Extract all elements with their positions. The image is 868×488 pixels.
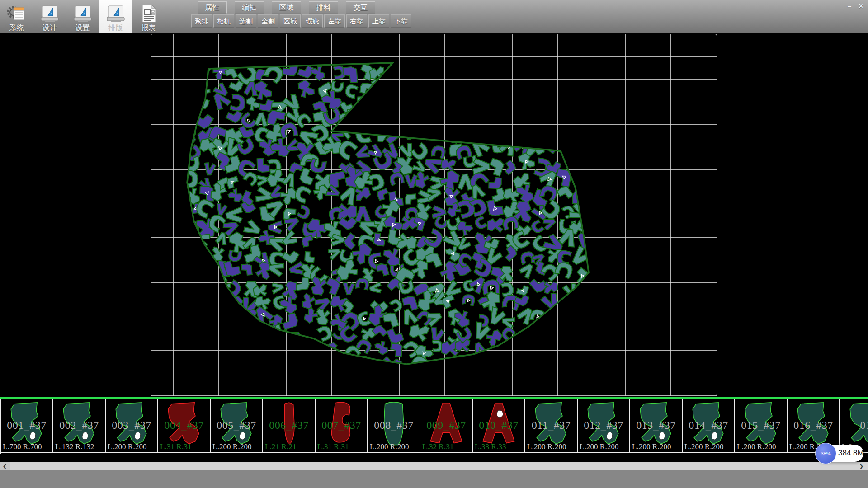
piece-id: 003_#37 [106, 419, 157, 432]
memory-badge[interactable]: 38% 384.8M [816, 445, 863, 462]
piece-thumbnail-14[interactable]: 014_#37 L:200 R:200 [683, 399, 735, 453]
scroll-right-icon[interactable]: ❯ [857, 462, 866, 470]
tool-button[interactable]: 瑕疵 [302, 14, 323, 28]
menu-button[interactable]: 属性 [198, 1, 227, 14]
piece-lr-label: L:33 R:33 [475, 442, 506, 451]
piece-lr-label: L:132 R:132 [55, 442, 94, 451]
close-button[interactable]: ✕ [856, 1, 867, 12]
progress-circle: 38% [815, 443, 836, 464]
piece-lr-label: L:200 R:200 [580, 442, 618, 451]
piece-id: 002_#37 [53, 419, 105, 432]
menu-button[interactable]: 区域 [272, 1, 301, 14]
piece-lr-label: L:31 R:31 [160, 442, 191, 451]
piece-id: 012_#37 [578, 419, 629, 432]
piece-thumbnail-4[interactable]: 004_#37 L:31 R:31 [158, 399, 211, 453]
piece-lr-label: L:200 R:200 [737, 442, 776, 451]
memory-value: 384.8M [838, 445, 864, 462]
piece-id: 014_#37 [683, 419, 734, 432]
toolbar: 系统 设计 设置 排版 报表 属性编辑区域排料交互 聚排相机选割全割区域瑕疵左靠… [0, 0, 868, 33]
piece-thumbnail-3[interactable]: 003_#37 L:200 R:200 [106, 399, 158, 453]
piece-id: 006_#37 [263, 419, 315, 432]
piece-thumbnail-2[interactable]: 002_#37 L:132 R:132 [53, 399, 106, 453]
piece-lr-label: L:32 R:31 [422, 442, 453, 451]
tool-button[interactable]: 全割 [258, 14, 278, 28]
tool-button[interactable]: 下靠 [391, 14, 411, 28]
piece-lr-label: L:200 R:200 [212, 442, 251, 451]
tool-button[interactable]: 右靠 [346, 14, 367, 28]
piece-lr-label: L:200 R:200 [684, 442, 723, 451]
tool-button[interactable]: 上靠 [368, 14, 389, 28]
piece-thumbnail-11[interactable]: 011_#37 L:200 R:200 [525, 399, 578, 453]
piece-thumbnail-6[interactable]: 006_#37 L:21 R:21 [263, 399, 316, 453]
report-icon [138, 4, 159, 23]
menu-button[interactable]: 排料 [309, 1, 338, 14]
tool-button[interactable]: 左靠 [324, 14, 345, 28]
progress-value: 38% [821, 451, 830, 456]
piece-lr-label: L:200 R:200 [632, 442, 671, 451]
ribbon-tab-1[interactable]: 系统 [0, 0, 33, 33]
ribbon-tab-2[interactable]: 设计 [33, 0, 66, 33]
piece-id: 008_#37 [368, 419, 420, 432]
piece-thumbnail-9[interactable]: 009_#37 L:32 R:31 [420, 399, 473, 453]
piece-thumbnail-13[interactable]: 013_#37 L:200 R:200 [630, 399, 683, 453]
piece-lr-label: L:200 R:200 [370, 442, 409, 451]
piece-thumbnail-10[interactable]: 010_#37 L:33 R:33 [473, 399, 525, 453]
piece-thumbnail-12[interactable]: 012_#37 L:200 R:200 [578, 399, 630, 453]
piece-id: 016_#37 [788, 419, 839, 432]
status-bar [0, 470, 868, 488]
ribbon-tab-5[interactable]: 报表 [132, 0, 165, 33]
piece-id: 009_#37 [420, 419, 472, 432]
system-gear-icon [6, 4, 27, 23]
piece-lr-label: L:200 R:200 [527, 442, 566, 451]
tool-bar: 聚排相机选割全割区域瑕疵左靠右靠上靠下靠 [191, 14, 411, 28]
settings-ruler-icon [72, 4, 93, 23]
piece-id: 010_#37 [473, 419, 524, 432]
piece-id: 005_#37 [211, 419, 262, 432]
piece-id: 011_#37 [525, 419, 577, 432]
piece-thumbnail-7[interactable]: 007_#37 L:31 R:31 [316, 399, 368, 453]
tool-button[interactable]: 相机 [213, 14, 234, 28]
piece-id: 004_#37 [158, 419, 210, 432]
tool-button[interactable]: 选割 [236, 14, 256, 28]
piece-lr-label: L:200 R:200 [108, 442, 146, 451]
piece-id: 007_#37 [316, 419, 367, 432]
piece-id: 01 [840, 419, 868, 432]
piece-thumbnail-5[interactable]: 005_#37 L:200 R:200 [211, 399, 263, 453]
piece-thumbnail-1[interactable]: 001_#37 L:700 R:700 [1, 399, 53, 453]
piece-lr-label: L:700 R:700 [3, 442, 42, 451]
leather-hide-canvas[interactable] [151, 34, 716, 395]
piece-thumbnail-15[interactable]: 015_#37 L:200 R:200 [735, 399, 788, 453]
ribbon-tab-4[interactable]: 排版 [99, 0, 132, 33]
menu-button[interactable]: 交互 [346, 1, 375, 14]
app-window: 系统 设计 设置 排版 报表 属性编辑区域排料交互 聚排相机选割全割区域瑕疵左靠… [0, 0, 868, 488]
ribbon-tab-3[interactable]: 设置 [66, 0, 99, 33]
piece-thumbnail-8[interactable]: 008_#37 L:200 R:200 [368, 399, 420, 453]
strip-scrollbar[interactable]: ❮ ❯ [0, 462, 868, 470]
nesting-ruler-icon [105, 4, 126, 23]
design-ruler-icon [39, 4, 60, 23]
window-controls: – ✕ [844, 1, 867, 12]
piece-lr-label: L:21 R:21 [265, 442, 296, 451]
canvas-workspace[interactable] [0, 33, 868, 398]
tool-button[interactable]: 区域 [280, 14, 301, 28]
ribbon-tabs: 系统 设计 设置 排版 报表 [0, 0, 165, 32]
piece-lr-label: L:31 R:31 [317, 442, 349, 451]
minimize-button[interactable]: – [844, 1, 855, 12]
piece-id: 001_#37 [1, 419, 52, 432]
piece-id: 013_#37 [630, 419, 682, 432]
menu-bar: 属性编辑区域排料交互 [198, 1, 375, 14]
menu-button[interactable]: 编辑 [235, 1, 264, 14]
piece-id: 015_#37 [735, 419, 787, 432]
tool-button[interactable]: 聚排 [191, 14, 212, 28]
scroll-left-icon[interactable]: ❮ [0, 462, 10, 470]
piece-strip: 001_#37 L:700 R:700 002_#37 L:132 R:132 … [0, 399, 868, 454]
